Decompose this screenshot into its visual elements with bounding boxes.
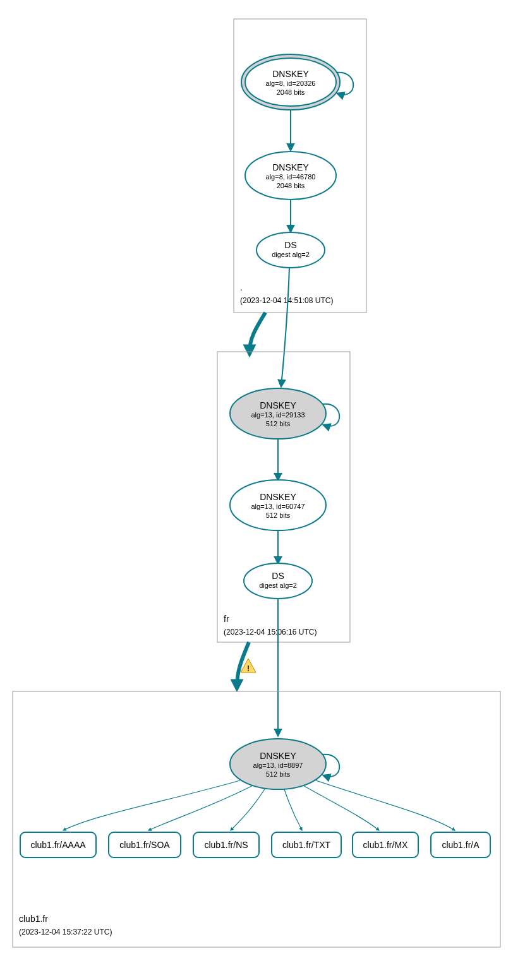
record-txt[interactable]: club1.fr/TXT (272, 832, 341, 858)
svg-text:alg=8, id=46780: alg=8, id=46780 (266, 173, 316, 181)
svg-text:DNSKEY: DNSKEY (272, 69, 309, 79)
zone-fr-timestamp: (2023-12-04 15:06:16 UTC) (224, 628, 317, 636)
svg-text:DS: DS (284, 240, 296, 250)
svg-text:DNSKEY: DNSKEY (260, 400, 296, 410)
record-soa[interactable]: club1.fr/SOA (109, 832, 181, 858)
zone-root: . (2023-12-04 14:51:08 UTC) DNSKEY alg=8… (234, 19, 366, 313)
svg-point-22 (244, 563, 312, 599)
edge-ksk-txt (284, 789, 302, 830)
svg-text:DNSKEY: DNSKEY (272, 162, 309, 172)
svg-text:512 bits: 512 bits (266, 420, 291, 427)
dnssec-graph: . (2023-12-04 14:51:08 UTC) DNSKEY alg=8… (0, 0, 513, 980)
zone-club1: club1.fr (2023-12-04 15:37:22 UTC) DNSKE… (13, 691, 500, 947)
svg-text:DNSKEY: DNSKEY (260, 751, 296, 761)
svg-text:digest alg=2: digest alg=2 (272, 251, 310, 258)
zone-fr: fr (2023-12-04 15:06:16 UTC) DNSKEY alg=… (217, 352, 350, 642)
svg-text:club1.fr/A: club1.fr/A (442, 840, 480, 850)
root-ksk-node[interactable]: DNSKEY alg=8, id=20326 2048 bits (241, 54, 340, 110)
svg-text:club1.fr/NS: club1.fr/NS (204, 840, 248, 850)
club1-ksk-node[interactable]: DNSKEY alg=13, id=8897 512 bits (230, 739, 326, 789)
svg-text:club1.fr/TXT: club1.fr/TXT (282, 840, 331, 850)
svg-text:2048 bits: 2048 bits (277, 88, 305, 96)
svg-text:512 bits: 512 bits (266, 770, 291, 778)
fr-ksk-node[interactable]: DNSKEY alg=13, id=29133 512 bits (230, 388, 326, 439)
fr-zsk-node[interactable]: DNSKEY alg=13, id=60747 512 bits (230, 480, 326, 530)
svg-text:DS: DS (272, 571, 284, 581)
record-mx[interactable]: club1.fr/MX (353, 832, 418, 858)
svg-text:club1.fr/SOA: club1.fr/SOA (119, 840, 170, 850)
svg-point-10 (256, 232, 325, 268)
svg-text:alg=13, id=8897: alg=13, id=8897 (253, 762, 303, 769)
svg-text:512 bits: 512 bits (266, 511, 291, 519)
fr-ds-node[interactable]: DS digest alg=2 (244, 563, 312, 599)
record-a[interactable]: club1.fr/A (431, 832, 490, 858)
svg-text:club1.fr/MX: club1.fr/MX (363, 840, 408, 850)
zone-fr-label: fr (224, 614, 229, 624)
edge-root-ds-to-fr-ksk (281, 268, 289, 386)
zone-root-label: . (240, 282, 243, 292)
edge-root-to-fr-thick (250, 313, 265, 352)
svg-text:DNSKEY: DNSKEY (260, 492, 296, 502)
svg-text:2048 bits: 2048 bits (277, 182, 305, 189)
svg-text:club1.fr/AAAA: club1.fr/AAAA (30, 840, 86, 850)
svg-text:!: ! (247, 664, 250, 673)
edge-ksk-a (316, 780, 455, 830)
edge-ksk-aaaa (63, 780, 240, 830)
zone-club1-timestamp: (2023-12-04 15:37:22 UTC) (19, 928, 112, 936)
svg-text:digest alg=2: digest alg=2 (259, 582, 297, 589)
edge-ksk-ns (231, 788, 265, 830)
svg-text:alg=13, id=60747: alg=13, id=60747 (251, 503, 305, 510)
zone-root-timestamp: (2023-12-04 14:51:08 UTC) (240, 296, 333, 305)
zone-club1-label: club1.fr (19, 914, 48, 924)
record-ns[interactable]: club1.fr/NS (193, 832, 259, 858)
root-ds-node[interactable]: DS digest alg=2 (256, 232, 325, 268)
record-aaaa[interactable]: club1.fr/AAAA (20, 832, 96, 858)
root-zsk-node[interactable]: DNSKEY alg=8, id=46780 2048 bits (245, 152, 336, 200)
edge-ksk-mx (303, 786, 379, 830)
svg-text:alg=13, id=29133: alg=13, id=29133 (251, 411, 305, 419)
svg-rect-26 (13, 691, 500, 947)
svg-text:alg=8, id=20326: alg=8, id=20326 (266, 80, 316, 87)
